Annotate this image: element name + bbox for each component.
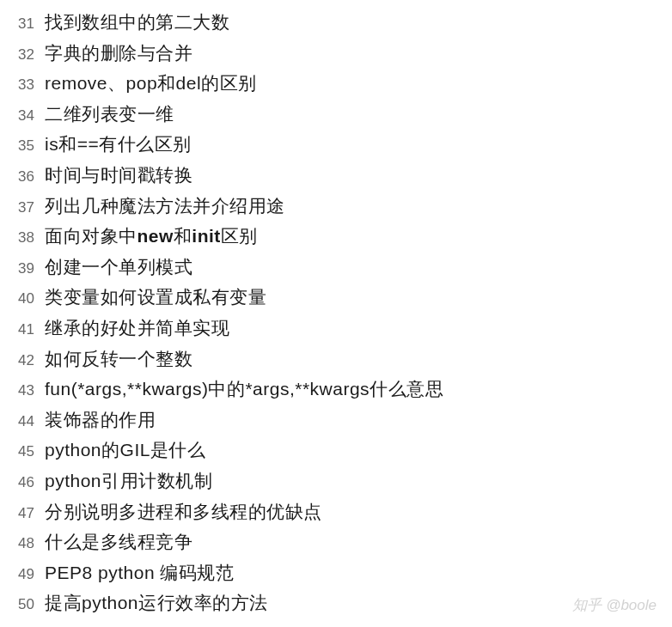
item-number: 36 <box>0 161 34 192</box>
item-number: 39 <box>0 253 34 284</box>
list-item: 46python引用计数机制 <box>0 466 672 496</box>
list-item: 50提高python运行效率的方法 <box>0 587 672 618</box>
item-text: 找到数组中的第二大数 <box>45 7 229 38</box>
item-number: 46 <box>0 467 34 498</box>
item-number: 35 <box>0 131 34 161</box>
item-text: python引用计数机制 <box>45 466 212 496</box>
item-number: 32 <box>0 40 34 70</box>
list-item: 48什么是多线程竞争 <box>0 527 672 557</box>
item-text: 装饰器的作用 <box>45 405 156 435</box>
item-text: 二维列表变一维 <box>45 99 174 130</box>
list-item: 36时间与时间戳转换 <box>0 160 672 191</box>
item-text: 字典的删除与合并 <box>45 38 192 69</box>
item-text: python的GIL是什么 <box>45 435 205 466</box>
list-item: 38面向对象中new和init区别 <box>0 221 672 252</box>
list-item: 31找到数组中的第二大数 <box>0 7 672 38</box>
item-text: PEP8 python 编码规范 <box>45 557 234 588</box>
item-text: 类变量如何设置成私有变量 <box>45 282 266 313</box>
item-text: 提高python运行效率的方法 <box>45 587 268 618</box>
list-item: 40类变量如何设置成私有变量 <box>0 282 672 313</box>
item-number: 38 <box>0 222 34 253</box>
item-number: 48 <box>0 528 34 559</box>
list-item: 42如何反转一个整数 <box>0 344 672 374</box>
list-item: 35is和==有什么区别 <box>0 129 672 160</box>
list-item: 49PEP8 python 编码规范 <box>0 557 672 588</box>
watermark-text: 知乎 @boole <box>572 595 657 615</box>
list-item: 33remove、pop和del的区别 <box>0 68 672 99</box>
list-item: 45python的GIL是什么 <box>0 435 672 466</box>
item-text: 继承的好处并简单实现 <box>45 313 229 344</box>
item-number: 47 <box>0 498 34 529</box>
list-item: 32字典的删除与合并 <box>0 38 672 69</box>
item-number: 42 <box>0 345 34 376</box>
item-text: 创建一个单列模式 <box>45 252 192 283</box>
item-number: 49 <box>0 559 34 590</box>
list-item: 39创建一个单列模式 <box>0 252 672 283</box>
item-text: 时间与时间戳转换 <box>45 160 192 191</box>
list-item: 47分别说明多进程和多线程的优缺点 <box>0 496 672 527</box>
list-item: 44装饰器的作用 <box>0 405 672 435</box>
item-number: 45 <box>0 436 34 467</box>
list-item: 41继承的好处并简单实现 <box>0 313 672 344</box>
item-number: 43 <box>0 375 34 406</box>
item-text: 列出几种魔法方法并介绍用途 <box>45 191 285 222</box>
numbered-list: 31找到数组中的第二大数32字典的删除与合并33remove、pop和del的区… <box>0 7 672 618</box>
item-text: remove、pop和del的区别 <box>45 68 257 99</box>
item-number: 33 <box>0 70 34 100</box>
item-text: 分别说明多进程和多线程的优缺点 <box>45 496 322 527</box>
item-number: 34 <box>0 100 34 131</box>
item-text: fun(*args,**kwargs)中的*args,**kwargs什么意思 <box>45 374 443 405</box>
item-number: 41 <box>0 314 34 345</box>
list-item: 43fun(*args,**kwargs)中的*args,**kwargs什么意… <box>0 374 672 405</box>
list-item: 37列出几种魔法方法并介绍用途 <box>0 191 672 222</box>
item-text: 什么是多线程竞争 <box>45 527 192 557</box>
item-text: 如何反转一个整数 <box>45 344 192 374</box>
item-text: is和==有什么区别 <box>45 129 192 160</box>
item-number: 44 <box>0 406 34 437</box>
item-number: 31 <box>0 9 34 40</box>
item-text: 面向对象中new和init区别 <box>45 221 258 252</box>
item-number: 40 <box>0 283 34 314</box>
list-item: 34二维列表变一维 <box>0 99 672 130</box>
item-number: 37 <box>0 192 34 223</box>
item-number: 50 <box>0 589 34 620</box>
